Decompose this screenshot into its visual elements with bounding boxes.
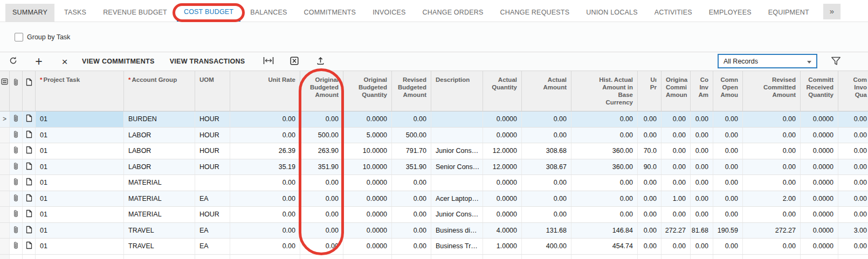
revised-committed-amount-cell[interactable]: 0.00 — [743, 143, 801, 159]
unit-rate-cell[interactable] — [230, 255, 300, 259]
revised-budgeted-amount-cell[interactable]: 791.70 — [392, 143, 431, 159]
revised-committed-amount-cell[interactable]: 0.00 — [743, 239, 801, 254]
description-cell[interactable] — [431, 128, 483, 143]
original-budgeted-quantity-cell[interactable]: 0.0000 — [343, 175, 392, 191]
committed-open-amount-cell[interactable]: 0.00 — [713, 239, 743, 254]
notes-cell[interactable] — [23, 159, 36, 175]
column-header-project-task[interactable]: *Project Task — [36, 71, 124, 111]
grid-row-7[interactable]: 01MATERIALHOUR0.000.000.00000.00Junior C… — [0, 207, 868, 223]
column-header-committed-open-amount[interactable]: Comn Open Amou — [713, 71, 743, 111]
revised-committed-amount-cell[interactable]: 0.00 — [743, 207, 801, 222]
revised-committed-amount-cell[interactable] — [743, 255, 801, 259]
original-budgeted-amount-cell[interactable]: 263.90 — [300, 143, 343, 159]
committed-open-amount-cell[interactable]: 0.00 — [713, 111, 743, 127]
column-header-uom[interactable]: UOM — [195, 71, 230, 111]
files-cell[interactable] — [10, 255, 23, 259]
account-group-cell[interactable] — [124, 255, 195, 259]
original-committed-amount-cell[interactable]: 0.00 — [662, 159, 691, 175]
hist-actual-amount-in-base-currency-cell[interactable] — [571, 255, 638, 259]
actual-quantity-cell[interactable]: 0.0000 — [483, 128, 522, 143]
committed-invoiced-amount-cell[interactable]: 81.68 — [691, 223, 713, 239]
hist-actual-amount-in-base-currency-cell[interactable]: 0.00 — [571, 175, 638, 191]
files-cell[interactable] — [10, 223, 23, 239]
revised-committed-amount-cell[interactable]: 272.27 — [743, 223, 801, 239]
committed-invoiced-amount-cell[interactable] — [691, 255, 713, 259]
committed-invoiced-amount-cell[interactable]: 0.00 — [691, 159, 713, 175]
account-group-cell[interactable]: LABOR — [124, 128, 195, 143]
tab-cost-budget[interactable]: COST BUDGET — [177, 4, 240, 22]
original-budgeted-amount-cell[interactable]: 0.00 — [300, 191, 343, 207]
unit-price-cell[interactable]: 0.00 — [638, 191, 662, 207]
committed-received-quantity-cell[interactable]: 0.0000 — [801, 239, 838, 254]
files-cell[interactable] — [10, 128, 23, 143]
grid-row-6[interactable]: 01MATERIALEA0.000.000.00000.00Acer Lapto… — [0, 191, 868, 207]
unit-rate-cell[interactable]: 0.00 — [230, 175, 300, 191]
files-cell[interactable] — [10, 175, 23, 191]
original-budgeted-amount-cell[interactable]: 351.90 — [300, 159, 343, 175]
committed-invoiced-quantity-cell[interactable]: 0.00 — [838, 128, 868, 143]
grid-row-2[interactable]: 01LABORHOUR0.00500.005.0000500.000.00000… — [0, 128, 868, 144]
revised-budgeted-amount-cell[interactable]: 351.90 — [392, 159, 431, 175]
actual-amount-cell[interactable] — [522, 255, 571, 259]
actual-amount-cell[interactable]: 0.00 — [522, 191, 571, 207]
unit-rate-cell[interactable]: 0.00 — [230, 191, 300, 207]
account-group-cell[interactable]: TRAVEL — [124, 223, 195, 239]
hist-actual-amount-in-base-currency-cell[interactable]: 0.00 — [571, 207, 638, 222]
column-header-original-committed-amount[interactable]: Origina Commi Amoun — [662, 71, 691, 111]
actual-quantity-cell[interactable] — [483, 255, 522, 259]
unit-rate-cell[interactable]: 0.00 — [230, 239, 300, 254]
committed-invoiced-quantity-cell[interactable]: 0.00 — [838, 207, 868, 222]
committed-received-quantity-cell[interactable]: 0.0000 — [801, 159, 838, 175]
column-header-revised-budgeted-amount[interactable]: Revised Budgeted Amount — [392, 71, 431, 111]
original-committed-amount-cell[interactable]: 0.00 — [662, 128, 691, 143]
unit-price-cell[interactable]: 90.0 — [638, 159, 662, 175]
original-budgeted-amount-cell[interactable] — [300, 255, 343, 259]
description-cell[interactable]: Junior Cons… — [431, 143, 483, 159]
files-cell[interactable] — [10, 143, 23, 159]
files-cell[interactable] — [10, 111, 23, 127]
hist-actual-amount-in-base-currency-cell[interactable]: 360.00 — [571, 143, 638, 159]
original-budgeted-amount-cell[interactable]: 500.00 — [300, 128, 343, 143]
uom-cell[interactable]: EA — [195, 191, 230, 207]
original-budgeted-quantity-cell[interactable]: 10.0000 — [343, 143, 392, 159]
files-cell[interactable] — [10, 191, 23, 207]
row-indicator-cell[interactable] — [0, 239, 10, 254]
revised-committed-amount-cell[interactable]: 0.00 — [743, 111, 801, 127]
grid-row-5[interactable]: 01MATERIAL0.000.000.00000.000.00000.000.… — [0, 175, 868, 191]
committed-invoiced-quantity-cell[interactable]: 0.00 — [838, 111, 868, 127]
actual-amount-cell[interactable]: 400.00 — [522, 239, 571, 254]
actual-amount-cell[interactable]: 0.00 — [522, 111, 571, 127]
notes-cell[interactable] — [23, 175, 36, 191]
committed-invoiced-amount-cell[interactable]: 0.00 — [691, 175, 713, 191]
column-header-committed-invoiced-amount[interactable]: Co Inv Am — [691, 71, 713, 111]
records-filter-dropdown[interactable]: All Records — [718, 54, 817, 68]
committed-invoiced-quantity-cell[interactable]: 0.00 — [838, 175, 868, 191]
revised-committed-amount-cell[interactable]: 0.00 — [743, 175, 801, 191]
files-cell[interactable] — [10, 239, 23, 254]
tab-balances[interactable]: BALANCES — [243, 4, 294, 22]
revised-committed-amount-cell[interactable]: 0.00 — [743, 128, 801, 143]
description-cell[interactable]: Business di… — [431, 223, 483, 239]
committed-invoiced-quantity-cell[interactable] — [838, 255, 868, 259]
unit-rate-cell[interactable]: 0.00 — [230, 111, 300, 127]
uom-cell[interactable]: EA — [195, 223, 230, 239]
unit-price-cell[interactable]: 0.00 — [638, 223, 662, 239]
add-row-button[interactable]: + — [30, 53, 47, 70]
description-cell[interactable]: Acer Laptop… — [431, 191, 483, 207]
grid-row-1[interactable]: >01BURDENHOUR0.000.000.00000.000.00000.0… — [0, 111, 868, 128]
committed-invoiced-amount-cell[interactable]: 0.00 — [691, 239, 713, 254]
actual-amount-cell[interactable]: 131.68 — [522, 223, 571, 239]
hist-actual-amount-in-base-currency-cell[interactable]: 146.84 — [571, 223, 638, 239]
fit-columns-button[interactable] — [260, 53, 277, 70]
row-indicator-cell[interactable] — [0, 143, 10, 159]
description-cell[interactable]: Business Tr… — [431, 239, 483, 254]
committed-invoiced-amount-cell[interactable]: 0.00 — [691, 207, 713, 222]
notes-cell[interactable] — [23, 223, 36, 239]
tab-invoices[interactable]: INVOICES — [366, 4, 412, 22]
committed-received-quantity-cell[interactable]: 0.0000 — [801, 175, 838, 191]
account-group-cell[interactable]: LABOR — [124, 159, 195, 175]
notes-cell[interactable] — [23, 128, 36, 143]
original-committed-amount-cell[interactable]: 0.00 — [662, 111, 691, 127]
notes-cell[interactable] — [23, 111, 36, 127]
revised-budgeted-amount-cell[interactable]: 500.00 — [392, 128, 431, 143]
